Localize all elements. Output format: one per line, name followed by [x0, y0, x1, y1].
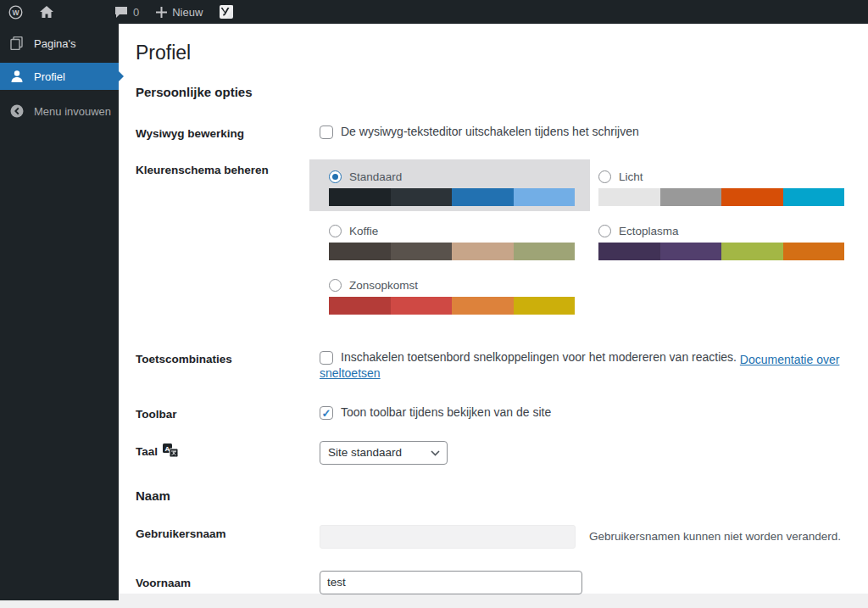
admin-toolbar: W 0 Nieuw [0, 0, 868, 24]
section-personal-options: Persoonlijke opties [136, 85, 851, 99]
color-swatch-bar [329, 188, 575, 206]
color-swatch [329, 297, 391, 315]
shortcuts-label: Toetscombinaties [136, 350, 303, 365]
wordpress-logo-button[interactable]: W [0, 0, 31, 24]
wysiwyg-checkbox-label: De wysiwyg-teksteditor uitschakelen tijd… [341, 125, 639, 138]
color-swatch [783, 188, 845, 206]
toolbar-label: Toolbar [136, 405, 303, 421]
translation-icon: A [163, 443, 179, 460]
new-content-button[interactable]: Nieuw [147, 0, 211, 24]
first-name-label: Voornaam [136, 571, 303, 589]
pages-icon [8, 36, 25, 50]
username-input-disabled [320, 525, 576, 549]
row-wysiwyg: Wysiwyg bewerking De wysiwyg-teksteditor… [136, 125, 851, 141]
color-scheme-option[interactable]: Licht [598, 170, 844, 206]
color-swatch [514, 243, 576, 260]
color-swatch-bar [329, 297, 575, 315]
color-scheme-radio[interactable] [329, 225, 342, 237]
color-scheme-option[interactable]: Ectoplasma [598, 225, 844, 260]
color-scheme-name: Zonsopkomst [349, 279, 418, 292]
svg-text:W: W [12, 8, 19, 16]
color-swatch [783, 243, 845, 260]
color-scheme-label: Kleurenschema beheren [136, 161, 303, 176]
shortcuts-checkbox-label: Inschakelen toetsenbord snelkoppelingen … [341, 350, 737, 364]
yoast-seo-icon [220, 5, 233, 19]
color-swatch [514, 297, 576, 315]
sidebar-item-label: Menu invouwen [34, 105, 111, 118]
row-language: Taal A Site standaard [136, 441, 851, 465]
language-label: Taal [136, 445, 158, 458]
admin-sidebar: Pagina's Profiel Menu invouwen [0, 24, 119, 600]
color-swatch [598, 243, 660, 260]
color-scheme-name: Ectoplasma [619, 225, 679, 237]
color-scheme-option[interactable]: Zonsopkomst [329, 279, 575, 315]
row-shortcuts: Toetscombinaties Inschakelen toetsenbord… [136, 350, 851, 380]
color-swatch [598, 188, 660, 206]
wordpress-logo-icon: W [8, 5, 23, 20]
color-swatch [721, 188, 783, 206]
color-swatch [391, 243, 453, 260]
section-name: Naam [136, 488, 851, 503]
yoast-seo-button[interactable] [211, 0, 242, 24]
color-swatch-bar [329, 243, 575, 260]
color-swatch [660, 243, 722, 260]
color-swatch-bar [598, 188, 844, 206]
profile-page: Profiel Persoonlijke opties Wysiwyg bewe… [119, 24, 868, 594]
first-name-input[interactable] [320, 571, 582, 594]
color-scheme-option[interactable]: Standaard [329, 170, 575, 206]
username-label: Gebruikersnaam [136, 525, 303, 540]
comment-bubble-icon [114, 6, 128, 19]
new-button-label: Nieuw [172, 6, 203, 19]
color-swatch [391, 297, 453, 315]
home-icon [40, 6, 53, 19]
sidebar-item-profile[interactable]: Profiel [0, 63, 119, 90]
color-swatch [452, 297, 514, 315]
wysiwyg-label: Wysiwyg bewerking [136, 125, 303, 140]
plus-icon [156, 7, 167, 18]
comments-button[interactable]: 0 [106, 0, 147, 24]
color-swatch [452, 188, 514, 206]
shortcuts-checkbox[interactable] [320, 351, 333, 365]
wysiwyg-checkbox[interactable] [320, 126, 333, 139]
color-scheme-radio[interactable] [329, 279, 342, 292]
color-swatch [329, 243, 391, 260]
color-scheme-option[interactable]: Koffie [329, 225, 575, 260]
row-toolbar: Toolbar Toon toolbar tijdens bekijken va… [136, 405, 851, 421]
color-swatch [660, 188, 722, 206]
color-scheme-radio[interactable] [598, 170, 611, 183]
sidebar-item-label: Profiel [34, 70, 65, 83]
color-scheme-radio[interactable] [329, 170, 342, 183]
wysiwyg-checkbox-row[interactable]: De wysiwyg-teksteditor uitschakelen tijd… [320, 125, 639, 138]
chevron-down-icon [431, 446, 440, 459]
toolbar-checkbox-row[interactable]: Toon toolbar tijdens bekijken van de sit… [320, 405, 551, 419]
sidebar-item-pages[interactable]: Pagina's [0, 29, 119, 58]
color-scheme-name: Licht [619, 170, 643, 183]
language-select-value: Site standaard [328, 446, 402, 459]
color-swatch [721, 243, 783, 260]
sidebar-collapse-menu[interactable]: Menu invouwen [0, 97, 119, 126]
color-scheme-radio[interactable] [598, 225, 611, 237]
site-home-button[interactable] [31, 0, 62, 24]
color-swatch [452, 243, 514, 260]
collapse-arrow-icon [8, 104, 25, 118]
user-icon [8, 70, 25, 83]
color-scheme-name: Koffie [349, 225, 378, 237]
sidebar-item-label: Pagina's [34, 37, 75, 50]
row-first-name: Voornaam [136, 571, 851, 594]
toolbar-checkbox[interactable] [320, 406, 333, 420]
username-description: Gebruikersnamen kunnen niet worden veran… [589, 530, 841, 543]
color-swatch [329, 188, 391, 206]
shortcuts-checkbox-row[interactable]: Inschakelen toetsenbord snelkoppelingen … [320, 350, 737, 364]
comment-count: 0 [133, 6, 139, 19]
page-title: Profiel [136, 41, 851, 66]
color-scheme-name: Standaard [349, 170, 402, 183]
color-swatch-bar [598, 243, 844, 260]
color-swatch [391, 188, 453, 206]
color-scheme-grid: StandaardLichtKoffieEctoplasmaZonsopkoms… [329, 170, 868, 315]
toolbar-checkbox-label: Toon toolbar tijdens bekijken van de sit… [341, 405, 551, 419]
color-swatch [514, 188, 576, 206]
row-username: Gebruikersnaam Gebruikersnamen kunnen ni… [136, 525, 851, 549]
language-select[interactable]: Site standaard [320, 441, 448, 465]
row-color-scheme: Kleurenschema beheren StandaardLichtKoff… [136, 161, 851, 315]
